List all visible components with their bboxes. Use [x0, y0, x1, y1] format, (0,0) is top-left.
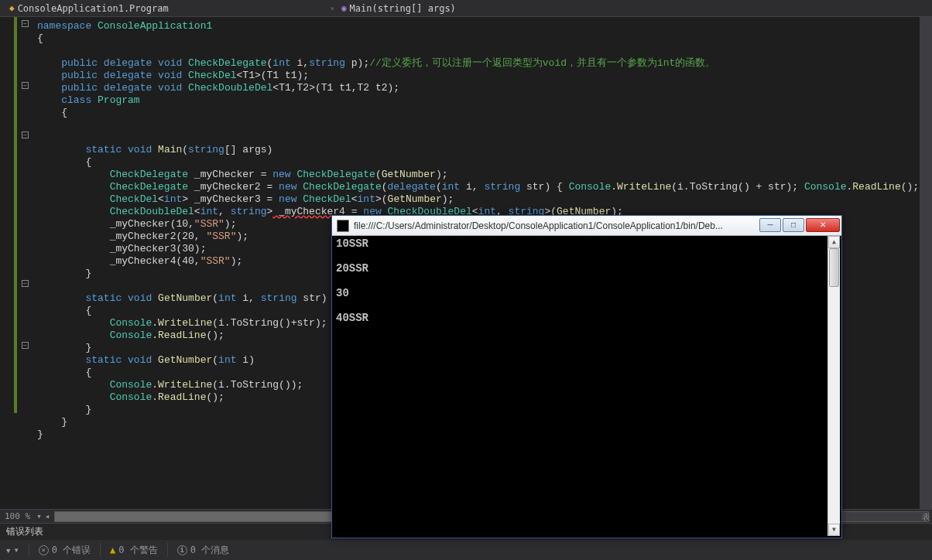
breadcrumb-namespace-label: ConsoleApplication1.Program — [18, 3, 169, 14]
fold-toggle[interactable]: − — [22, 280, 29, 287]
scrollbar-track[interactable] — [828, 248, 840, 524]
scrollbar-thumb[interactable] — [829, 248, 839, 287]
console-scrollbar[interactable]: ▲ ▼ — [827, 236, 840, 536]
error-list-toolbar: ▾ ×0 个错误 ▲0 个警告 i0 个消息 — [0, 540, 932, 560]
scroll-up-button[interactable]: ▲ — [828, 236, 840, 248]
scrollbar-thumb[interactable] — [55, 512, 361, 521]
filter-icon — [6, 545, 10, 555]
errors-count: 0 个错误 — [52, 544, 91, 557]
console-output[interactable]: 10SSR 20SSR 30 40SSR — [334, 236, 827, 535]
zoom-level[interactable]: 100 % — [0, 511, 35, 521]
method-icon: ◉ — [341, 3, 347, 13]
breadcrumb-bar: ◆ ConsoleApplication1.Program ▾ ◉ Main(s… — [0, 0, 932, 17]
breadcrumb-member-label: Main(string[] args) — [350, 3, 456, 14]
editor-vertical-scrollbar[interactable] — [920, 17, 932, 509]
console-titlebar[interactable]: file:///C:/Users/Administrator/Desktop/C… — [332, 216, 841, 236]
error-icon: × — [39, 545, 49, 555]
truncated-label: 表 — [922, 511, 930, 523]
messages-count: 0 个消息 — [190, 544, 229, 557]
minimize-button[interactable]: ─ — [759, 218, 781, 232]
console-line: 40SSR — [336, 312, 368, 324]
warnings-count: 0 个警告 — [118, 544, 157, 557]
filter-button[interactable]: ▾ — [6, 545, 19, 555]
fold-toggle[interactable]: − — [22, 131, 29, 138]
editor-gutter: − − − − − — [0, 17, 31, 509]
console-line: 20SSR — [336, 262, 368, 275]
console-window: file:///C:/Users/Administrator/Desktop/C… — [331, 215, 842, 538]
class-icon: ◆ — [9, 3, 15, 13]
console-title: file:///C:/Users/Administrator/Desktop/C… — [354, 220, 758, 231]
breadcrumb-member[interactable]: ◉ Main(string[] args) — [338, 3, 459, 14]
console-app-icon — [337, 220, 349, 232]
maximize-button[interactable]: □ — [783, 218, 804, 232]
scroll-left-icon[interactable]: ◂ — [43, 511, 52, 521]
error-list-title: 错误列表 — [6, 525, 50, 538]
breadcrumb-namespace[interactable]: ◆ ConsoleApplication1.Program — [6, 3, 172, 14]
console-line: 10SSR — [336, 237, 368, 250]
warnings-filter[interactable]: ▲0 个警告 — [110, 544, 158, 557]
close-button[interactable]: ✕ — [806, 218, 840, 232]
change-indicator — [14, 17, 17, 413]
fold-toggle[interactable]: − — [22, 342, 29, 349]
chevron-down-icon: ▾ — [13, 545, 19, 555]
errors-filter[interactable]: ×0 个错误 — [39, 544, 91, 557]
fold-toggle[interactable]: − — [22, 20, 29, 27]
zoom-dropdown-icon[interactable]: ▾ — [35, 511, 43, 521]
scroll-down-button[interactable]: ▼ — [828, 524, 840, 536]
messages-filter[interactable]: i0 个消息 — [177, 544, 229, 557]
console-line: 30 — [336, 287, 349, 299]
warning-icon: ▲ — [110, 545, 115, 555]
fold-toggle[interactable]: − — [22, 82, 29, 89]
info-icon: i — [177, 545, 187, 555]
breadcrumb-dropdown[interactable]: ▾ — [330, 3, 335, 14]
